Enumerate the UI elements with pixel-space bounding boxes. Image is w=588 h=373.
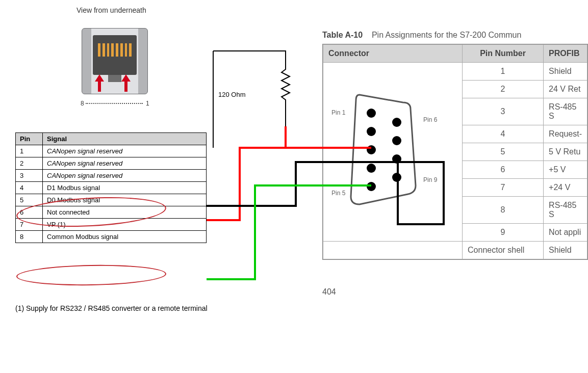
col-signal: Signal bbox=[43, 133, 207, 145]
rj45-connector-icon bbox=[82, 28, 148, 94]
svg-point-5 bbox=[392, 118, 401, 127]
pin-number-cell: 7 bbox=[463, 179, 544, 197]
profibus-cell: +24 V bbox=[544, 179, 587, 197]
table-row: 1Shield bbox=[323, 63, 587, 81]
signal-cell: CANopen signal reserved bbox=[43, 145, 207, 157]
pin-number-cell: 2 bbox=[463, 81, 544, 98]
signal-cell: CANopen signal reserved bbox=[43, 170, 207, 182]
footnote: (1) Supply for RS232 / RS485 converter o… bbox=[15, 304, 214, 313]
pin-number-cell: 5 bbox=[463, 143, 544, 161]
rj45-pin-table: Pin Signal 1CANopen signal reserved2CANo… bbox=[15, 132, 207, 243]
pin-number-cell: 1 bbox=[463, 63, 544, 81]
profibus-cell: 24 V Ret bbox=[544, 81, 587, 98]
pin-cell: 2 bbox=[16, 157, 43, 170]
table-row: 8Common Modbus signal bbox=[16, 231, 207, 243]
table-row: Connector shellShield bbox=[323, 242, 587, 259]
signal-cell: CANopen signal reserved bbox=[43, 157, 207, 170]
table-caption: Pin Assignments for the S7-200 Commun bbox=[372, 31, 521, 39]
col-pin: Pin bbox=[16, 133, 43, 145]
connector-shell-desc: Shield bbox=[544, 242, 587, 259]
pin-number-cell: 4 bbox=[463, 125, 544, 143]
view-title: View from underneath bbox=[76, 6, 146, 14]
svg-point-1 bbox=[367, 127, 376, 136]
pin-number-cell: 6 bbox=[463, 161, 544, 179]
table-row: 3CANopen signal reserved bbox=[16, 170, 207, 182]
db9-connector-icon bbox=[331, 79, 433, 217]
profibus-cell: RS-485 S bbox=[544, 197, 587, 224]
pin-number-cell: 3 bbox=[463, 98, 544, 125]
signal-cell: D1 Modbus signal bbox=[43, 182, 207, 194]
col-connector: Connector bbox=[323, 45, 463, 63]
rj45-pin1-label: 1 bbox=[146, 100, 149, 107]
diagram-stage: View from underneath 8 1 Pin Signal 1CAN… bbox=[0, 0, 588, 373]
col-pin-number: Pin Number bbox=[463, 45, 544, 63]
svg-point-0 bbox=[367, 109, 376, 118]
signal-cell: Common Modbus signal bbox=[43, 231, 207, 243]
pin-number-cell: 9 bbox=[463, 224, 544, 242]
pin-cell: 4 bbox=[16, 182, 43, 194]
arrow-up-icon bbox=[121, 74, 131, 92]
profibus-cell: Not appli bbox=[544, 224, 587, 242]
arrow-up-icon bbox=[95, 74, 104, 92]
pin-cell: 1 bbox=[16, 145, 43, 157]
right-table-title: Table A-10 Pin Assignments for the S7-20… bbox=[322, 31, 521, 40]
pin-cell: 8 bbox=[16, 231, 43, 243]
highlight-ellipse bbox=[16, 263, 167, 286]
profibus-cell: RS-485 S bbox=[544, 98, 587, 125]
db9-pin5-label: Pin 5 bbox=[331, 190, 345, 197]
profibus-cell: Shield bbox=[544, 63, 587, 81]
page-number: 404 bbox=[322, 287, 336, 297]
db9-pin6-label: Pin 6 bbox=[423, 116, 437, 123]
svg-point-2 bbox=[367, 145, 376, 154]
resistor-label: 120 Ohm bbox=[218, 91, 245, 98]
pin-number-cell: 8 bbox=[463, 197, 544, 224]
table-number: Table A-10 bbox=[322, 31, 363, 39]
svg-point-4 bbox=[367, 182, 376, 191]
connector-shell-label: Connector shell bbox=[463, 242, 544, 259]
profibus-cell: Request- bbox=[544, 125, 587, 143]
db9-pin1-label: Pin 1 bbox=[331, 109, 345, 116]
svg-point-7 bbox=[392, 154, 401, 164]
svg-point-8 bbox=[392, 173, 401, 182]
profibus-cell: +5 V bbox=[544, 161, 587, 179]
rj45-pin8-label: 8 bbox=[81, 100, 84, 107]
table-row: 2CANopen signal reserved bbox=[16, 157, 207, 170]
profibus-cell: 5 V Retu bbox=[544, 143, 587, 161]
col-profibus: PROFIB bbox=[544, 45, 587, 63]
svg-point-3 bbox=[367, 164, 376, 173]
rj45-ruler bbox=[86, 103, 143, 104]
table-row: 4D1 Modbus signal bbox=[16, 182, 207, 194]
db9-pin9-label: Pin 9 bbox=[423, 176, 437, 183]
pin-cell: 3 bbox=[16, 170, 43, 182]
empty-cell bbox=[323, 242, 463, 259]
svg-point-6 bbox=[392, 136, 401, 145]
table-row: 1CANopen signal reserved bbox=[16, 145, 207, 157]
